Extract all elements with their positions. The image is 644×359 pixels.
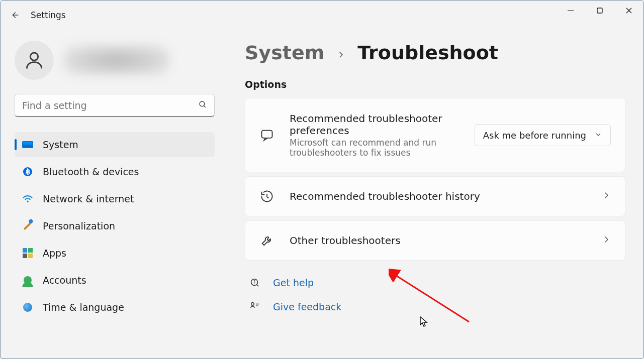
svg-rect-8 xyxy=(262,131,272,138)
help-icon: ? xyxy=(249,277,261,289)
get-help-link[interactable]: Get help xyxy=(273,277,314,288)
card-recommended-prefs: Recommended troubleshooter preferences M… xyxy=(245,98,625,172)
search-input[interactable] xyxy=(22,100,198,111)
sidebar-item-label: System xyxy=(43,139,78,150)
close-icon xyxy=(625,7,632,14)
give-feedback-row[interactable]: Give feedback xyxy=(245,295,625,319)
sidebar-item-apps[interactable]: Apps xyxy=(15,241,215,266)
card-body: Recommended troubleshooter history xyxy=(290,190,587,202)
minimize-icon xyxy=(567,7,574,14)
sidebar-item-label: Bluetooth & devices xyxy=(43,166,139,177)
chevron-right-icon xyxy=(336,47,345,62)
person-account-icon xyxy=(22,274,34,286)
card-body: Recommended troubleshooter preferences M… xyxy=(290,112,459,158)
history-icon xyxy=(259,189,274,204)
card-history[interactable]: Recommended troubleshooter history xyxy=(245,176,625,216)
svg-point-5 xyxy=(200,101,205,106)
card-other-troubleshooters[interactable]: Other troubleshooters xyxy=(245,220,625,261)
section-label: Options xyxy=(245,79,625,90)
minimize-button[interactable] xyxy=(556,1,585,21)
profile-block[interactable] xyxy=(15,41,216,80)
chevron-right-icon xyxy=(602,235,611,246)
sidebar-item-label: Apps xyxy=(43,248,66,259)
card-body: Other troubleshooters xyxy=(290,234,587,247)
sidebar-item-personalization[interactable]: Personalization xyxy=(15,213,215,238)
window-controls xyxy=(556,1,643,21)
sidebar-item-label: Personalization xyxy=(43,220,115,231)
maximize-icon xyxy=(596,7,603,14)
maximize-button[interactable] xyxy=(585,1,614,21)
svg-point-11 xyxy=(251,303,254,306)
sidebar-item-accounts[interactable]: Accounts xyxy=(15,268,215,293)
back-button[interactable] xyxy=(3,3,27,27)
close-button[interactable] xyxy=(614,1,643,21)
search-box[interactable] xyxy=(15,94,215,117)
svg-point-7 xyxy=(27,201,29,203)
svg-rect-1 xyxy=(597,8,602,13)
profile-name-blurred xyxy=(64,45,169,75)
app-title: Settings xyxy=(31,10,66,20)
breadcrumb-parent[interactable]: System xyxy=(245,42,324,64)
card-subtitle: Microsoft can recommend and run troubles… xyxy=(290,138,459,158)
paintbrush-icon xyxy=(22,220,34,232)
search-icon xyxy=(198,100,207,111)
prefs-select[interactable]: Ask me before running xyxy=(475,124,611,146)
chevron-down-icon xyxy=(594,130,602,141)
card-title: Recommended troubleshooter preferences xyxy=(290,112,459,137)
svg-line-6 xyxy=(204,105,206,107)
sidebar-item-label: Time & language xyxy=(43,302,124,313)
display-icon xyxy=(22,139,34,151)
sidebar-item-system[interactable]: System xyxy=(15,132,215,157)
sidebar-item-label: Network & internet xyxy=(43,193,134,204)
bluetooth-icon xyxy=(22,166,34,178)
globe-clock-icon xyxy=(22,301,34,313)
chevron-right-icon xyxy=(602,191,611,202)
get-help-row[interactable]: ? Get help xyxy=(245,271,625,295)
sidebar-item-time-language[interactable]: Time & language xyxy=(15,295,215,320)
card-title: Other troubleshooters xyxy=(290,234,587,247)
give-feedback-link[interactable]: Give feedback xyxy=(273,301,341,312)
sidebar-item-bluetooth[interactable]: Bluetooth & devices xyxy=(15,159,215,184)
nav-list: System Bluetooth & devices Network & int… xyxy=(15,132,216,320)
arrow-left-icon xyxy=(9,10,20,21)
titlebar: Settings xyxy=(1,1,643,30)
feedback-icon xyxy=(249,301,261,313)
select-value: Ask me before running xyxy=(483,130,586,141)
sidebar-item-network[interactable]: Network & internet xyxy=(15,186,215,211)
card-title: Recommended troubleshooter history xyxy=(290,190,587,202)
breadcrumb: System Troubleshoot xyxy=(245,42,625,64)
wifi-icon xyxy=(22,193,34,205)
person-icon xyxy=(23,49,45,71)
avatar xyxy=(15,41,54,80)
sidebar-item-label: Accounts xyxy=(43,275,86,286)
chat-icon xyxy=(259,128,274,143)
sidebar: System Bluetooth & devices Network & int… xyxy=(1,30,222,358)
main-content: System Troubleshoot Options Recommended … xyxy=(222,30,643,358)
grid-icon xyxy=(22,247,34,259)
svg-point-4 xyxy=(30,53,38,60)
page-title: Troubleshoot xyxy=(357,42,498,64)
wrench-icon xyxy=(259,233,274,248)
svg-text:?: ? xyxy=(253,280,255,285)
